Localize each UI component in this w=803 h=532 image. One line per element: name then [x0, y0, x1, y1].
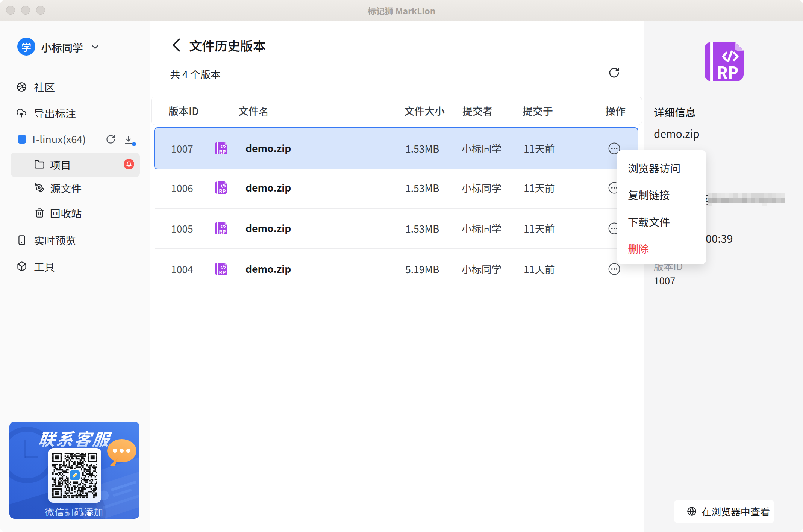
svg-text:RP: RP: [219, 228, 226, 235]
svg-text:RP: RP: [717, 60, 739, 81]
svg-text:RP: RP: [219, 148, 226, 155]
svg-text:RP: RP: [219, 187, 226, 194]
svg-text:RP: RP: [219, 268, 226, 275]
